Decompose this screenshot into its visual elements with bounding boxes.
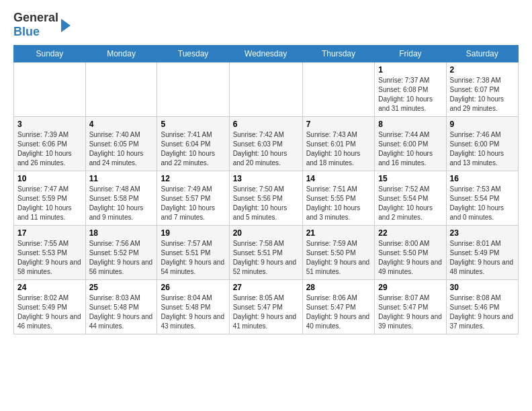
day-number: 14 — [306, 174, 371, 183]
day-info: Sunrise: 8:06 AM Sunset: 5:47 PM Dayligh… — [306, 293, 371, 331]
page: General Blue SundayMondayTuesdayWednesda… — [0, 0, 532, 345]
day-info: Sunrise: 7:38 AM Sunset: 6:07 PM Dayligh… — [450, 76, 515, 113]
day-number: 5 — [161, 120, 225, 129]
empty-cell — [157, 62, 229, 117]
day-info: Sunrise: 7:41 AM Sunset: 6:04 PM Dayligh… — [161, 130, 225, 168]
day-number: 25 — [89, 283, 154, 292]
day-cell-10: 10Sunrise: 7:47 AM Sunset: 5:59 PM Dayli… — [14, 171, 86, 226]
day-cell-17: 17Sunrise: 7:55 AM Sunset: 5:53 PM Dayli… — [14, 226, 86, 280]
day-cell-18: 18Sunrise: 7:56 AM Sunset: 5:52 PM Dayli… — [85, 226, 157, 280]
weekday-header-tuesday: Tuesday — [157, 46, 229, 62]
day-cell-8: 8Sunrise: 7:44 AM Sunset: 6:00 PM Daylig… — [375, 117, 446, 171]
day-number: 20 — [233, 228, 299, 238]
day-info: Sunrise: 7:44 AM Sunset: 6:00 PM Dayligh… — [378, 130, 442, 168]
day-cell-26: 26Sunrise: 8:04 AM Sunset: 5:48 PM Dayli… — [157, 280, 229, 334]
day-cell-22: 22Sunrise: 8:00 AM Sunset: 5:50 PM Dayli… — [375, 226, 446, 280]
week-row-4: 17Sunrise: 7:55 AM Sunset: 5:53 PM Dayli… — [14, 226, 519, 280]
day-info: Sunrise: 8:02 AM Sunset: 5:49 PM Dayligh… — [17, 293, 82, 331]
day-cell-14: 14Sunrise: 7:51 AM Sunset: 5:55 PM Dayli… — [302, 171, 375, 226]
day-info: Sunrise: 7:42 AM Sunset: 6:03 PM Dayligh… — [233, 130, 299, 168]
day-number: 30 — [450, 283, 515, 292]
day-cell-5: 5Sunrise: 7:41 AM Sunset: 6:04 PM Daylig… — [157, 117, 229, 171]
calendar: SundayMondayTuesdayWednesdayThursdayFrid… — [13, 45, 519, 334]
day-cell-25: 25Sunrise: 8:03 AM Sunset: 5:48 PM Dayli… — [85, 280, 157, 334]
day-cell-12: 12Sunrise: 7:49 AM Sunset: 5:57 PM Dayli… — [157, 171, 229, 226]
day-cell-7: 7Sunrise: 7:43 AM Sunset: 6:01 PM Daylig… — [302, 117, 375, 171]
weekday-header-wednesday: Wednesday — [229, 46, 302, 62]
day-info: Sunrise: 7:47 AM Sunset: 5:59 PM Dayligh… — [17, 185, 82, 222]
day-info: Sunrise: 7:52 AM Sunset: 5:54 PM Dayligh… — [378, 185, 442, 222]
day-number: 6 — [233, 120, 299, 129]
day-number: 9 — [450, 120, 515, 129]
day-cell-6: 6Sunrise: 7:42 AM Sunset: 6:03 PM Daylig… — [229, 117, 302, 171]
day-number: 13 — [233, 174, 299, 183]
day-cell-9: 9Sunrise: 7:46 AM Sunset: 6:00 PM Daylig… — [446, 117, 518, 171]
day-info: Sunrise: 7:53 AM Sunset: 5:54 PM Dayligh… — [450, 185, 515, 222]
logo: General Blue — [13, 11, 71, 38]
day-info: Sunrise: 7:46 AM Sunset: 6:00 PM Dayligh… — [450, 130, 515, 168]
day-cell-27: 27Sunrise: 8:05 AM Sunset: 5:47 PM Dayli… — [229, 280, 302, 334]
day-cell-23: 23Sunrise: 8:01 AM Sunset: 5:49 PM Dayli… — [446, 226, 518, 280]
day-number: 8 — [378, 120, 442, 129]
day-cell-1: 1Sunrise: 7:37 AM Sunset: 6:08 PM Daylig… — [375, 62, 446, 117]
weekday-header-thursday: Thursday — [302, 46, 375, 62]
empty-cell — [302, 62, 375, 117]
day-number: 18 — [89, 228, 154, 238]
day-cell-29: 29Sunrise: 8:07 AM Sunset: 5:47 PM Dayli… — [375, 280, 446, 334]
day-number: 24 — [17, 283, 82, 292]
day-cell-30: 30Sunrise: 8:08 AM Sunset: 5:46 PM Dayli… — [446, 280, 518, 334]
weekday-header-saturday: Saturday — [446, 46, 518, 62]
day-cell-11: 11Sunrise: 7:48 AM Sunset: 5:58 PM Dayli… — [85, 171, 157, 226]
day-info: Sunrise: 7:40 AM Sunset: 6:05 PM Dayligh… — [89, 130, 154, 168]
day-number: 16 — [450, 174, 515, 183]
day-number: 4 — [89, 120, 154, 129]
day-number: 15 — [378, 174, 442, 183]
day-number: 11 — [89, 174, 154, 183]
day-cell-15: 15Sunrise: 7:52 AM Sunset: 5:54 PM Dayli… — [375, 171, 446, 226]
day-cell-13: 13Sunrise: 7:50 AM Sunset: 5:56 PM Dayli… — [229, 171, 302, 226]
day-info: Sunrise: 8:04 AM Sunset: 5:48 PM Dayligh… — [161, 293, 225, 331]
day-number: 22 — [378, 228, 442, 238]
day-cell-21: 21Sunrise: 7:59 AM Sunset: 5:50 PM Dayli… — [302, 226, 375, 280]
day-cell-28: 28Sunrise: 8:06 AM Sunset: 5:47 PM Dayli… — [302, 280, 375, 334]
day-info: Sunrise: 8:05 AM Sunset: 5:47 PM Dayligh… — [233, 293, 299, 331]
empty-cell — [229, 62, 302, 117]
day-info: Sunrise: 7:50 AM Sunset: 5:56 PM Dayligh… — [233, 185, 299, 222]
day-number: 27 — [233, 283, 299, 292]
weekday-header-row: SundayMondayTuesdayWednesdayThursdayFrid… — [14, 46, 519, 62]
weekday-header-sunday: Sunday — [14, 46, 86, 62]
day-info: Sunrise: 7:37 AM Sunset: 6:08 PM Dayligh… — [378, 76, 442, 113]
day-info: Sunrise: 7:56 AM Sunset: 5:52 PM Dayligh… — [89, 239, 154, 277]
empty-cell — [14, 62, 86, 117]
day-number: 26 — [161, 283, 225, 292]
logo-text: General Blue — [13, 11, 58, 38]
empty-cell — [85, 62, 157, 117]
day-number: 7 — [306, 120, 371, 129]
day-info: Sunrise: 7:57 AM Sunset: 5:51 PM Dayligh… — [161, 239, 225, 277]
day-info: Sunrise: 8:07 AM Sunset: 5:47 PM Dayligh… — [378, 293, 442, 331]
day-info: Sunrise: 7:51 AM Sunset: 5:55 PM Dayligh… — [306, 185, 371, 222]
day-info: Sunrise: 8:08 AM Sunset: 5:46 PM Dayligh… — [450, 293, 515, 331]
day-number: 29 — [378, 283, 442, 292]
day-number: 2 — [450, 65, 515, 75]
day-cell-2: 2Sunrise: 7:38 AM Sunset: 6:07 PM Daylig… — [446, 62, 518, 117]
day-cell-3: 3Sunrise: 7:39 AM Sunset: 6:06 PM Daylig… — [14, 117, 86, 171]
week-row-5: 24Sunrise: 8:02 AM Sunset: 5:49 PM Dayli… — [14, 280, 519, 334]
day-cell-16: 16Sunrise: 7:53 AM Sunset: 5:54 PM Dayli… — [446, 171, 518, 226]
day-info: Sunrise: 7:48 AM Sunset: 5:58 PM Dayligh… — [89, 185, 154, 222]
day-number: 17 — [17, 228, 82, 238]
day-info: Sunrise: 7:59 AM Sunset: 5:50 PM Dayligh… — [306, 239, 371, 277]
day-number: 21 — [306, 228, 371, 238]
day-info: Sunrise: 8:00 AM Sunset: 5:50 PM Dayligh… — [378, 239, 442, 277]
week-row-3: 10Sunrise: 7:47 AM Sunset: 5:59 PM Dayli… — [14, 171, 519, 226]
day-info: Sunrise: 7:43 AM Sunset: 6:01 PM Dayligh… — [306, 130, 371, 168]
day-number: 1 — [378, 65, 442, 75]
day-cell-4: 4Sunrise: 7:40 AM Sunset: 6:05 PM Daylig… — [85, 117, 157, 171]
day-number: 28 — [306, 283, 371, 292]
day-info: Sunrise: 7:49 AM Sunset: 5:57 PM Dayligh… — [161, 185, 225, 222]
day-number: 23 — [450, 228, 515, 238]
day-info: Sunrise: 7:39 AM Sunset: 6:06 PM Dayligh… — [17, 130, 82, 168]
header: General Blue — [13, 11, 519, 38]
week-row-2: 3Sunrise: 7:39 AM Sunset: 6:06 PM Daylig… — [14, 117, 519, 171]
weekday-header-monday: Monday — [85, 46, 157, 62]
